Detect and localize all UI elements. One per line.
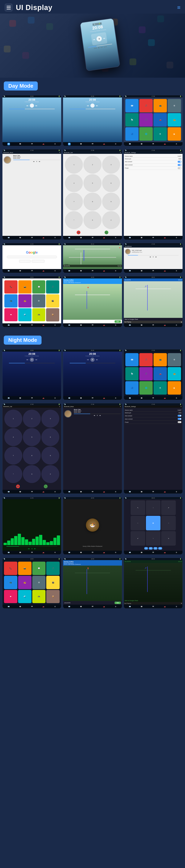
day-mode-label: Day Mode — [4, 82, 38, 91]
app-grid-2: 📞 📸 💬 🎵 📺 📻 ⚙ 🎬 ❤ 🌊 🎮 📦 — [4, 280, 60, 322]
page-title: UI Display — [16, 4, 52, 12]
night-nav-btn-2[interactable]: B — [149, 547, 153, 550]
google-home: Google Google Search I'm Feeling Lucky — [2, 245, 61, 269]
day-nav-map: 📡09:15🔋 📍 Start 09:15 ETA5.2 mi 📧 ☎ — [63, 243, 122, 273]
power-toggle[interactable] — [178, 167, 181, 169]
day-mode-row4: 📡18:54🔋 📞 📸 💬 🎵 📺 📻 ⚙ 🎬 ❤ 🌊 🎮 📦 — [0, 275, 185, 329]
auto-answer-toggle[interactable] — [178, 161, 181, 163]
google-lucky-btn[interactable]: I'm Feeling Lucky — [32, 260, 45, 262]
menu-lines-icon[interactable]: ≡ — [177, 4, 181, 11]
day-turn-by-turn: 📡08:03🔋 19:19 ETA 9.8 mi ↗ Start on Dong… — [124, 276, 183, 327]
day-mode-row1: 📡20:08🔋 20:08 A stunning display of beau… — [0, 94, 185, 148]
night-bluetooth-music: 📡17:46🔋 Bluetooth_Music ✕ Music Title Mu… — [63, 403, 122, 494]
day-app-drawer: 📡17:38🔋 📧 🎵 📺 ⚙ 📡 🎵 🚗 📻 🔵 🌐 ⚙ ▶ — [124, 95, 183, 146]
coffee-map: 📍 — [63, 284, 122, 320]
night-home-time-2: 20:08 — [64, 352, 121, 355]
day-google-screen: 📡11:54🔋 Google Google Search I'm Feeling… — [2, 243, 61, 273]
play-pause-btn-2[interactable]: ⏸ — [90, 103, 95, 107]
bt-settings-nav: 📧 ☎ 🗺 🚗 ⚙ — [124, 236, 183, 240]
night-turn-by-turn: 📡08:03🔋 19:19 ETA 9.8 mi ↗ Start on Dong… — [124, 558, 183, 609]
google-search-bar[interactable] — [7, 256, 57, 258]
header-left: UI Display — [4, 3, 52, 12]
bt-settings-day: Device name CarBT Device pin 0000 Auto a… — [124, 154, 183, 236]
app-grid-day: 📧 🎵 📺 ⚙ 📡 🎵 🚗 📻 🔵 🌐 ⚙ ▶ — [125, 98, 182, 142]
day-bluetooth-music: 📡17:46🔋 Bluetooth_Music ✕ Music Title Mu… — [2, 149, 61, 240]
home-time-1: 20:08 — [3, 98, 60, 101]
google-logo: Google — [26, 251, 38, 254]
bottom-nav-3: 📧 ☎ 🗺 🚗 ⚙ — [124, 142, 183, 146]
night-app-icons-screen: 📡18:54🔋 📞 📸 💬 🎵 📺 📻 ⚙ 🎬 ❤ 🌊 🎮 📦 — [2, 558, 61, 609]
map-view-day: 📍 Start 09:15 ETA5.2 mi — [63, 245, 122, 269]
night-play-btn-2[interactable]: ⏸ — [90, 358, 95, 362]
play-pause-btn-1[interactable]: ⏸ — [30, 103, 34, 107]
night-coffee-nav-bar: 📧 ☎ 🗺 🚗 ⚙ — [63, 604, 122, 609]
app-grid-night: 📧 🎵 📺 ⚙ 📡 🎵 🚗 📻 🔵 🌐 ⚙ ▶ — [125, 352, 182, 396]
day-home-screen-1: 📡20:08🔋 20:08 A stunning display of beau… — [2, 95, 61, 146]
night-call-end-btn[interactable]: 📵 — [16, 485, 20, 488]
dialer-night: 1 2 3 4 5 6 7 8 9 * 0 # 📵 📞 — [2, 408, 61, 490]
night-nav-btn-1[interactable]: A — [144, 547, 148, 550]
day-coffee-nav: 📡18:53🔋 Sunny Coffee Modern Restaurant S… — [63, 276, 122, 327]
night-drawer-nav: 📧 ☎ 🗺 🚗 ⚙ — [124, 396, 183, 400]
night-nav-controls: 📡08:03🔋 ↖ ↑ ↗ ← ⊕ → ↙ ↓ ↘ A B — [124, 497, 183, 555]
night-play-btn-1[interactable]: ⏸ — [30, 358, 34, 362]
dialer-day: 1 2 3 4 5 6 7 8 9 * 0 # 📵 📞 — [63, 154, 122, 236]
night-home-time-1: 20:08 — [3, 352, 60, 355]
night-coffee-nav: 📡18:53🔋 Sunny Coffee Modern Restaurant S… — [63, 558, 122, 609]
night-music-nav: 📧 ☎ 🗺 🚗 ⚙ — [63, 490, 122, 494]
day-bluetooth-call: 📡17:46🔋 Bluetooth_Call ✕ 1 2 3 4 5 6 7 8… — [63, 149, 122, 240]
night-app-drawer: 📡17:38🔋 📧 🎵 📺 ⚙ 📡 🎵 🚗 📻 🔵 🌐 ⚙ ▶ — [124, 349, 183, 400]
night-nav-controls-bar: 📧 ☎ 🗺 🚗 ⚙ — [124, 551, 183, 555]
go-button[interactable]: GO — [114, 320, 121, 323]
night-power-toggle[interactable] — [178, 421, 181, 423]
app-icons-nav: 📧 ☎ 🗺 🚗 ⚙ — [2, 323, 61, 327]
night-auto-connect-toggle[interactable] — [178, 418, 181, 420]
hero-play-btn[interactable]: ⏸ — [96, 36, 102, 42]
night-nav-1: 📧 ☎ 🗺 🚗 ⚙ — [2, 396, 61, 400]
night-mode-label: Night Mode — [4, 336, 42, 345]
night-go-button[interactable]: GO — [114, 601, 121, 604]
night-wave-eq: 📡11:54🔋 — [2, 497, 61, 555]
app-grid-night-2: 📞 📸 💬 🎵 📺 📻 ⚙ 🎬 ❤ 🌊 🎮 📦 — [3, 561, 60, 604]
night-nav-btn-4[interactable]: D — [158, 547, 162, 550]
night-mode-row4: 📡18:54🔋 📞 📸 💬 🎵 📺 📻 ⚙ 🎬 ❤ 🌊 🎮 📦 — [0, 556, 185, 610]
wave-nav: 📧 ☎ 🗺 🚗 ⚙ — [2, 551, 61, 555]
google-search-btn[interactable]: Google Search — [19, 260, 31, 262]
day-social-music: 📡17:46🔋 SocialMusic ✕ 华东_0702F.mp3 在那遥远的… — [124, 243, 183, 273]
night-call-start-btn[interactable]: 📞 — [44, 485, 48, 488]
page-header: UI Display ≡ — [0, 0, 185, 13]
night-bluetooth-call: 📡17:46🔋 Bluetooth_Call ✕ 1 2 3 4 5 6 7 8… — [2, 403, 61, 494]
bt-settings-night: Device name CarBT Device pin 0000 Auto a… — [124, 408, 183, 490]
social-music-nav: 📧 ☎ 🗺 🚗 ⚙ — [124, 269, 183, 273]
hamburger-icon[interactable] — [4, 3, 13, 12]
nav-turn-bar: 📧 ☎ 🗺 🚗 ⚙ — [124, 323, 183, 327]
food-nav: 📧 ☎ 🗺 🚗 ⚙ — [63, 551, 122, 555]
night-mode-row2: 📡17:46🔋 Bluetooth_Call ✕ 1 2 3 4 5 6 7 8… — [0, 402, 185, 495]
night-call-nav: 📧 ☎ 🗺 🚗 ⚙ — [2, 490, 61, 494]
night-home-screen-2: 📡20:08🔋 20:08 A stunning display of beau… — [63, 349, 122, 400]
home-time-2: 20:08 — [64, 98, 121, 101]
night-app-nav: 📧 ☎ 🗺 🚗 ⚙ — [2, 604, 61, 609]
day-mode-row2: 📡17:46🔋 Bluetooth_Music ✕ Music Title Mu… — [0, 148, 185, 241]
night-mode-row3: 📡11:54🔋 — [0, 495, 185, 556]
night-home-screen-1: 📡20:08🔋 20:08 A stunning display of beau… — [2, 349, 61, 400]
call-end-btn[interactable]: 📵 — [77, 230, 80, 234]
bottom-nav-2: 📧 ☎ 🗺 🚗 ⚙ — [63, 142, 122, 146]
hero-player: ⏮ ⏸ ⏭ — [91, 32, 108, 45]
day-home-screen-2: 📡20:08🔋 20:08 A stunning display of beau… — [63, 95, 122, 146]
map-nav: 📧 ☎ 🗺 🚗 ⚙ — [63, 269, 122, 273]
day-bluetooth-settings: 📡17:46🔋 Bluetooth_Settings ✕ Device name… — [124, 149, 183, 240]
day-app-icons-screen: 📡18:54🔋 📞 📸 💬 🎵 📺 📻 ⚙ 🎬 ❤ 🌊 🎮 📦 — [2, 276, 61, 327]
hero-section: 📡20:08🔋 20:08 A stunning display of beau… — [0, 13, 185, 78]
auto-connect-toggle[interactable] — [178, 164, 181, 166]
night-nav-turn-bar: 📧 ☎ 🗺 🚗 ⚙ — [124, 604, 183, 609]
night-mode-row1: 📡20:08🔋 20:08 A stunning display of beau… — [0, 348, 185, 402]
night-settings-nav: 📧 ☎ 🗺 🚗 ⚙ — [124, 490, 183, 494]
night-auto-answer-toggle[interactable] — [178, 415, 181, 417]
coffee-nav-bar: 📧 ☎ 🗺 🚗 ⚙ — [63, 323, 122, 327]
status-bar: 📡20:08🔋 — [2, 95, 61, 97]
night-nav-2: 📧 ☎ 🗺 🚗 ⚙ — [63, 396, 122, 400]
night-nav-btn-3[interactable]: C — [154, 547, 157, 550]
call-start-btn[interactable]: 📞 — [105, 230, 108, 234]
hero-device-mockup: 📡20:08🔋 20:08 A stunning display of beau… — [80, 18, 120, 71]
